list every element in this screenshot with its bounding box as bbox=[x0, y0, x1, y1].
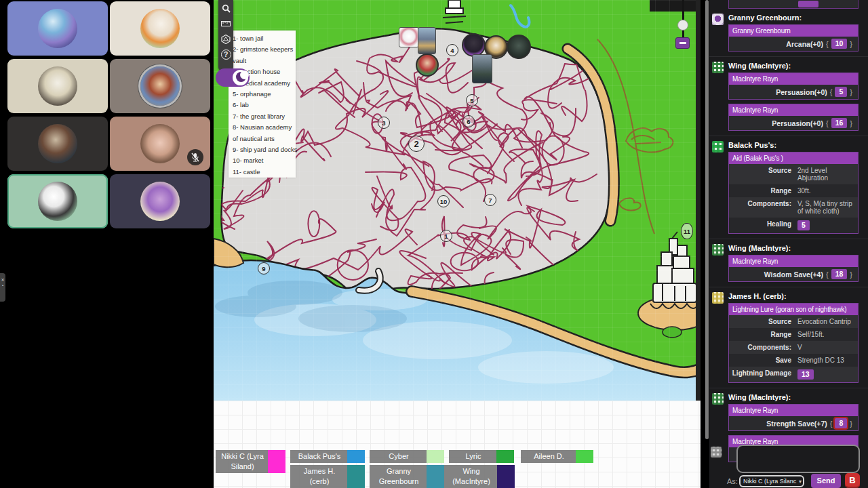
video-tile[interactable] bbox=[7, 59, 108, 113]
spell-row-label: Save bbox=[729, 357, 791, 364]
player-color-swatch bbox=[347, 465, 365, 488]
fairy-ring-avatar bbox=[140, 66, 180, 106]
map-marker-6: 6 bbox=[462, 115, 475, 127]
roll-title: MacIntyre Rayn bbox=[729, 73, 858, 85]
spell-row-value: V bbox=[791, 344, 854, 351]
roll-label: Arcana(+0) bbox=[786, 40, 823, 48]
beyond20-icon[interactable]: B bbox=[845, 473, 860, 488]
video-tile[interactable] bbox=[110, 59, 210, 113]
legend-item: 5- orphanage bbox=[233, 89, 296, 100]
video-tile[interactable] bbox=[7, 1, 108, 56]
spell-result-row: Healing5 bbox=[729, 218, 858, 233]
brace: { bbox=[826, 270, 829, 279]
video-tile[interactable] bbox=[7, 117, 108, 171]
roll-title: MacIntyre Rayn bbox=[729, 104, 858, 116]
map-token-blackcat[interactable] bbox=[462, 33, 486, 57]
roll-value-badge: 5 bbox=[797, 220, 810, 230]
map-board[interactable]: 456321071911 1- town jail2- grimstone ke… bbox=[214, 0, 701, 488]
mic-muted-icon[interactable] bbox=[187, 149, 203, 165]
legend-item: 8- Nausian academy bbox=[233, 122, 296, 133]
chat-sender: Wing (MacIntyre): bbox=[728, 62, 859, 70]
player-color-swatch bbox=[496, 450, 514, 463]
roll-title: MacIntyre Rayn bbox=[729, 405, 858, 416]
spell-row-value: Strength DC 13 bbox=[791, 357, 854, 364]
dice-icon[interactable] bbox=[220, 34, 231, 45]
player-name: James H. (cerb) bbox=[293, 466, 346, 487]
player-label: Cyber bbox=[370, 450, 444, 463]
roll-value-badge: 10 bbox=[831, 39, 848, 49]
woman-glasses-avatar bbox=[140, 124, 180, 163]
chat-sender: James H. (cerb): bbox=[728, 292, 859, 300]
player-name: Aileen D. bbox=[524, 451, 574, 462]
spell-row-value: Evocation Cantrip bbox=[791, 318, 854, 325]
legend-item: 2- grimstone keepers bbox=[233, 44, 296, 55]
map-token-ranger[interactable] bbox=[472, 54, 492, 83]
brace: } bbox=[850, 119, 852, 127]
zoom-tool-icon[interactable] bbox=[220, 3, 231, 14]
map-marker-9: 9 bbox=[258, 262, 270, 274]
moon-icon bbox=[236, 72, 246, 82]
wing-chat-avatar bbox=[712, 244, 724, 256]
zoom-slider-knob[interactable] bbox=[677, 20, 688, 30]
sidebar-collapse-handle[interactable]: ✕• bbox=[0, 273, 5, 302]
chat-sender: Balack Pus's: bbox=[728, 141, 859, 149]
map-legend: 1- town jail2- grimstone keepersvault3- … bbox=[229, 30, 296, 178]
ruler-icon[interactable] bbox=[220, 18, 231, 29]
map-token-dancer[interactable] bbox=[416, 54, 439, 77]
spell-row-value: V, S, M(a tiny strip of white cloth) bbox=[791, 200, 854, 215]
map-token-warrior[interactable] bbox=[418, 27, 436, 54]
roll-label: Wisdom Save(+4) bbox=[764, 270, 823, 279]
roll-card: MacIntyre RaynPersuasion(+0){16} bbox=[728, 104, 859, 131]
roll-result-row: Persuasion(+0){5} bbox=[729, 85, 858, 99]
brace: } bbox=[850, 40, 852, 48]
map-marker-5: 5 bbox=[466, 94, 478, 106]
map-token-shadow[interactable] bbox=[507, 35, 531, 59]
chevron-down-icon: ▾ bbox=[799, 477, 802, 487]
video-tile[interactable] bbox=[110, 174, 210, 228]
video-tile[interactable] bbox=[110, 117, 210, 171]
wing-chat-avatar bbox=[712, 393, 724, 405]
send-button[interactable]: Send bbox=[811, 474, 841, 488]
chat-log: Granny Greenbourn:Granny GreenbournArcan… bbox=[709, 9, 868, 467]
spell-row: SaveStrength DC 13 bbox=[729, 354, 858, 367]
roll-result-row: Wisdom Save(+4){18} bbox=[729, 267, 858, 281]
help-icon[interactable]: ? bbox=[221, 49, 231, 60]
player-color-swatch bbox=[427, 450, 444, 463]
speaker-select[interactable]: Nikki C (Lyra Silanc ▾ bbox=[739, 475, 804, 487]
video-tile[interactable] bbox=[7, 174, 108, 228]
brace: { bbox=[830, 420, 833, 428]
spell-row: Range30ft. bbox=[729, 184, 858, 197]
spell-row: SourceEvocation Cantrip bbox=[729, 315, 858, 328]
player-color-swatch bbox=[576, 450, 593, 463]
spell-result-row: Lightning Damage13 bbox=[729, 367, 858, 382]
legend-item: 1- town jail bbox=[233, 33, 296, 44]
video-tile[interactable] bbox=[110, 1, 210, 56]
roll-card: MacIntyre RaynStrength Save(+7){8} bbox=[728, 404, 859, 431]
spell-row: Components:V bbox=[729, 341, 858, 354]
chat-partial-roll bbox=[728, 0, 859, 9]
roll-result-row: Arcana(+0){10} bbox=[729, 37, 858, 51]
brace: } bbox=[850, 270, 852, 279]
player-color-swatch bbox=[268, 450, 285, 473]
chat-sender: Wing (MacIntyre): bbox=[728, 244, 859, 252]
chat-scrollbar[interactable] bbox=[705, 0, 709, 439]
spell-row-label: Range bbox=[729, 331, 791, 338]
map-marker-10: 10 bbox=[437, 195, 450, 207]
map-marker-7: 7 bbox=[484, 194, 496, 206]
map-toolbar: ? bbox=[218, 0, 233, 70]
spell-card: Lightning Lure (goran son of nighthawk)S… bbox=[728, 303, 859, 383]
map-token-goat[interactable] bbox=[399, 27, 419, 47]
spell-row-label: Source bbox=[729, 318, 791, 325]
video-chat-panel bbox=[0, 0, 214, 488]
spell-row: Components:V, S, M(a tiny strip of white… bbox=[729, 197, 858, 218]
chat-input[interactable] bbox=[736, 445, 860, 473]
balack-chat-avatar bbox=[712, 141, 724, 152]
legend-item: of nautical arts bbox=[233, 134, 296, 144]
player-name: Wing (MacIntyre) bbox=[447, 466, 496, 487]
zoom-out-button[interactable] bbox=[675, 37, 690, 49]
spell-row: RangeSelf/15ft. bbox=[729, 328, 858, 341]
purple-octopus-avatar bbox=[140, 182, 180, 221]
night-mode-toggle[interactable] bbox=[216, 68, 250, 87]
composer-avatar bbox=[711, 447, 722, 458]
roll-card: MacIntyre RaynPersuasion(+0){5} bbox=[728, 73, 859, 100]
